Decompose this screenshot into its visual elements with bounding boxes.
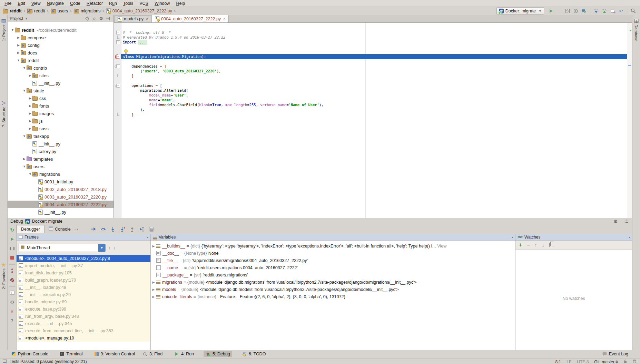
gutter-cell[interactable] xyxy=(114,78,121,83)
gutter-cell[interactable] xyxy=(114,69,121,73)
frame-row[interactable]: execute, base.py:399 xyxy=(17,305,150,313)
fold-minus-icon[interactable]: − xyxy=(116,31,120,34)
frame-row[interactable]: <module>, manage.py:10 xyxy=(17,334,150,342)
profiler-button[interactable] xyxy=(572,7,580,15)
fold-minus-icon[interactable]: − xyxy=(116,64,120,68)
gutter-cell[interactable] xyxy=(114,98,121,102)
expand-arrow-icon[interactable]: ▶ xyxy=(151,281,156,284)
float-icon[interactable]: →▪ xyxy=(625,235,630,239)
chevron-right-icon[interactable]: ▶ xyxy=(28,127,32,130)
code-line[interactable]: field=models.CharField(blank=True, max_l… xyxy=(114,102,627,107)
force-step-into-button[interactable] xyxy=(118,225,127,233)
hide-panel-button[interactable] xyxy=(624,219,629,224)
chevron-right-icon[interactable]: ▶ xyxy=(16,51,21,54)
view-link[interactable]: View xyxy=(437,244,446,249)
editor-tab[interactable]: models.py× xyxy=(115,15,151,22)
menu-view[interactable]: View xyxy=(28,1,44,6)
tool-window-bar-terminal[interactable]: >_Terminal xyxy=(58,351,85,357)
pause-button[interactable] xyxy=(8,244,17,253)
tab-debugger[interactable]: Debugger xyxy=(17,225,45,233)
code-line[interactable]: − dependencies = [ xyxy=(114,64,627,69)
tool-window-button-project[interactable]: 1: Project xyxy=(0,19,7,41)
frame-row[interactable]: handle, migrate.py:89 xyxy=(17,298,150,305)
tree-item[interactable]: ▶docs xyxy=(8,49,114,57)
tree-item[interactable]: ▼migrations xyxy=(8,170,114,178)
git-branch-widget[interactable]: Git: master xyxy=(594,360,618,364)
tool-window-bar-3-find[interactable]: 3: Find xyxy=(141,351,165,357)
variable-row[interactable]: __package__={str}'reddit.users.migration… xyxy=(151,271,515,279)
collapse-all-button[interactable] xyxy=(91,16,98,21)
gutter-cell[interactable] xyxy=(114,93,121,98)
tree-item[interactable]: ▶css xyxy=(8,94,114,102)
frame-row[interactable]: <module>, 0004_auto_20160327_2222.py:8 xyxy=(17,255,150,262)
mute-breakpoints-button[interactable] xyxy=(8,276,17,284)
frame-row[interactable]: build_graph, loader.py:170 xyxy=(17,276,150,284)
code-area[interactable]: −# -*- coding: utf-8 -*-# Generated by D… xyxy=(114,23,632,218)
code-line[interactable] xyxy=(114,78,627,83)
chevron-right-icon[interactable]: ▶ xyxy=(28,112,32,115)
inspection-status-icon[interactable]: ✔ xyxy=(629,28,632,33)
frame-row[interactable]: __init__, loader.py:49 xyxy=(17,284,150,291)
menu-code[interactable]: Code xyxy=(67,1,83,6)
tool-window-bar-python-console[interactable]: Python Console xyxy=(10,351,50,357)
thread-combo[interactable]: MainThread ▼ xyxy=(19,244,106,252)
close-icon[interactable]: × xyxy=(223,17,226,21)
code-line[interactable]: migrations.AlterField( xyxy=(114,88,627,93)
tree-item[interactable]: ▶images xyxy=(8,110,114,117)
code-line[interactable]: # Generated by Django 1.9.4 on 2016-03-2… xyxy=(114,35,627,40)
chevron-right-icon[interactable]: ▶ xyxy=(28,74,32,77)
variable-row[interactable]: ▶__builtins__={dict}{'bytearray': <type … xyxy=(151,242,515,250)
run-configuration-select[interactable]: dj Docker: migrate ▼ xyxy=(496,7,544,14)
code-line[interactable]: ] xyxy=(114,73,627,78)
tree-item[interactable]: ▶config xyxy=(8,41,114,49)
code-line[interactable]: ] xyxy=(114,112,627,117)
hide-panel-button[interactable] xyxy=(105,16,111,21)
breadcrumb-item[interactable]: migrations xyxy=(74,9,101,13)
step-out-button[interactable] xyxy=(128,225,136,233)
code-line[interactable]: +import ... xyxy=(114,40,627,44)
tree-item[interactable]: __init__.py xyxy=(8,79,114,87)
gutter-cell[interactable] xyxy=(114,88,121,93)
inspector-hector-icon[interactable] xyxy=(632,359,637,364)
chevron-right-icon[interactable]: ▶ xyxy=(16,36,21,39)
variable-row[interactable]: __file__={str}'/app/reddit/users/migrati… xyxy=(151,257,515,264)
tree-item[interactable]: 0002_auto_20160327_2018.py xyxy=(8,185,114,193)
revert-button[interactable]: ↩ xyxy=(617,7,625,15)
tool-window-button-structure[interactable]: 7: Structure xyxy=(0,101,7,127)
frame-row[interactable]: import_module, __init__.py:37 xyxy=(17,262,150,269)
step-into-button[interactable] xyxy=(109,225,117,233)
close-icon[interactable]: × xyxy=(146,17,148,21)
expand-arrow-icon[interactable]: ▶ xyxy=(151,244,156,248)
gutter-cell[interactable] xyxy=(114,73,121,78)
resume-button[interactable] xyxy=(8,235,17,243)
variable-row[interactable]: ▶models={module}<module 'django.db.model… xyxy=(151,286,515,293)
rerun-button[interactable]: ↻ xyxy=(8,226,17,234)
expand-arrow-icon[interactable]: ▶ xyxy=(151,288,156,291)
gutter-cell[interactable] xyxy=(114,112,121,117)
menu-vcs[interactable]: VCS xyxy=(136,1,151,6)
gutter-cell[interactable]: − xyxy=(114,83,121,88)
add-watch-button[interactable]: + xyxy=(519,242,522,248)
previous-frame-button[interactable]: ↑ xyxy=(108,245,111,250)
tool-window-button-favorites[interactable]: 2: Favorites xyxy=(0,263,7,289)
step-over-button[interactable] xyxy=(99,225,107,233)
menu-edit[interactable]: Edit xyxy=(14,1,28,6)
caret-position[interactable]: 8:1 xyxy=(555,360,561,364)
code-line[interactable]: −# -*- coding: utf-8 -*- xyxy=(114,30,627,35)
tree-item[interactable]: __init__.py xyxy=(8,140,114,148)
gutter-cell[interactable]: − xyxy=(114,30,121,35)
tree-item[interactable]: ▶compose xyxy=(8,34,114,41)
menu-help[interactable]: Help xyxy=(173,1,188,6)
tree-item[interactable]: celery.py xyxy=(8,148,114,155)
tree-item[interactable]: ▶sites xyxy=(8,72,114,79)
chevron-down-icon[interactable]: ▼ xyxy=(10,28,15,32)
gutter-cell[interactable] xyxy=(114,35,121,40)
tool-window-bar-9-version-control[interactable]: 9: Version Control xyxy=(92,351,137,357)
fold-plus-icon[interactable]: + xyxy=(116,40,120,44)
code-line[interactable] xyxy=(114,44,627,49)
chevron-right-icon[interactable]: ▶ xyxy=(28,119,32,123)
error-stripe[interactable]: ✔ xyxy=(627,23,632,218)
gutter-cell[interactable] xyxy=(114,107,121,112)
next-frame-button[interactable]: ↓ xyxy=(114,245,116,250)
toggle-tool-windows-icon[interactable] xyxy=(3,360,7,364)
